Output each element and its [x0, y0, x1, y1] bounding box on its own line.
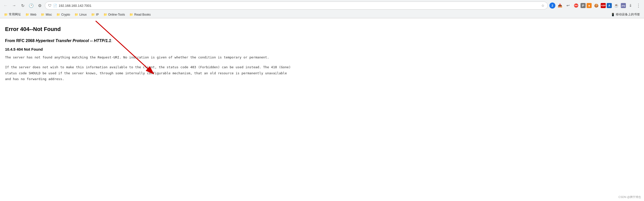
bookmark-label: Crypto	[61, 13, 70, 16]
ext-translate-icon[interactable]: A	[607, 3, 612, 8]
mobile-bookmark-icon: 📱	[611, 13, 615, 16]
folder-icon: 📁	[129, 13, 133, 16]
folder-icon: 📁	[103, 13, 107, 16]
ext-puzzle-icon[interactable]: ☕	[613, 2, 620, 9]
rfc-suffix: :	[111, 39, 112, 43]
history-button[interactable]: 🕐	[28, 2, 35, 9]
reload-button[interactable]: ↻	[19, 2, 26, 9]
bookmark-item-home[interactable]: 📁 常用网址	[2, 12, 23, 17]
undo-icon[interactable]: ↩	[564, 2, 571, 9]
bookmark-label: Read Books	[134, 13, 151, 16]
bookmark-label: Web	[30, 13, 36, 16]
settings-button[interactable]: ⚙	[36, 2, 43, 9]
bookmarks-bar: 📁 常用网址 📁 Web 📁 Misc 📁 Crypto 📁 Linux 📁 I…	[0, 11, 644, 18]
folder-icon: 📁	[41, 13, 45, 16]
nav-right-icons: 2 📤 ↩ ⛔ IP ♦ 🍪 ABP A ☕ php ⇓ ⋮	[549, 2, 642, 9]
profile-button[interactable]: 2	[549, 3, 555, 9]
page-content: Error 404--Not Found From RFC 2068 Hyper…	[0, 18, 352, 94]
rfc-italic-title: Hypertext Transfer Protocol -- HTTP/1.1	[36, 39, 111, 43]
section-heading: 10.4.5 404 Not Found	[5, 47, 347, 51]
bookmark-star-icon[interactable]: ☆	[541, 4, 545, 8]
bookmark-label: 常用网址	[9, 12, 21, 17]
mobile-bookmarks-item[interactable]: 📱 移动设备上的书签	[609, 12, 642, 17]
folder-icon: 📁	[91, 13, 95, 16]
bookmark-item-misc[interactable]: 📁 Misc	[39, 12, 54, 17]
mobile-bookmarks-label: 移动设备上的书签	[616, 12, 640, 17]
body-line4: and has no forwarding address.	[5, 77, 64, 81]
bookmark-item-web[interactable]: 📁 Web	[23, 12, 38, 17]
url-input[interactable]	[59, 4, 540, 8]
ext-php-icon[interactable]: php	[621, 3, 626, 8]
body-paragraph-1: The server has not found anything matchi…	[5, 54, 347, 60]
ext-metamask-icon[interactable]: ♦	[587, 3, 592, 8]
bookmark-item-linux[interactable]: 📁 Linux	[73, 12, 89, 17]
bookmark-item-ip[interactable]: 📁 IP	[89, 12, 101, 17]
bookmark-label: IP	[96, 13, 99, 16]
chrome-menu-icon[interactable]: ⋮	[635, 2, 642, 9]
back-button[interactable]: ←	[2, 2, 9, 9]
ext-abp-icon[interactable]: ABP	[601, 3, 606, 8]
error-title: Error 404--Not Found	[5, 26, 347, 32]
rfc-prefix: From RFC 2068	[5, 39, 36, 43]
body-line3: status code SHOULD be used if the server…	[5, 71, 287, 75]
block-icon[interactable]: ⛔	[573, 2, 580, 9]
ext-cookie-icon[interactable]: 🍪	[593, 2, 600, 9]
page-icon: 📄	[53, 4, 57, 8]
bookmark-label: Misc	[46, 13, 52, 16]
ext-ip-icon[interactable]: IP	[581, 3, 586, 8]
bookmark-item-crypto[interactable]: 📁 Crypto	[54, 12, 72, 17]
folder-icon: 📁	[75, 13, 78, 16]
bookmark-item-read-books[interactable]: 📁 Read Books	[127, 12, 153, 17]
folder-icon: 📁	[4, 13, 8, 16]
address-bar[interactable]: 🛡 📄 ☆	[45, 2, 548, 10]
bookmark-label: Linux	[79, 13, 87, 16]
bookmark-label: Online-Tools	[108, 13, 125, 16]
bookmark-item-online-tools[interactable]: 📁 Online-Tools	[101, 12, 127, 17]
folder-icon: 📁	[25, 13, 29, 16]
folder-icon: 📁	[56, 13, 60, 16]
body-paragraph-2: If the server does not wish to make this…	[5, 64, 347, 82]
forward-button[interactable]: →	[11, 2, 18, 9]
browser-chrome: ← → ↻ 🕐 ⚙ 🛡 📄 ☆ 2 📤 ↩ ⛔ IP ♦ 🍪 ABP A ☕ p…	[0, 0, 644, 18]
security-icon: 🛡	[48, 4, 52, 8]
nav-bar: ← → ↻ 🕐 ⚙ 🛡 📄 ☆ 2 📤 ↩ ⛔ IP ♦ 🍪 ABP A ☕ p…	[0, 0, 644, 11]
bookmarks-right: 📱 移动设备上的书签	[609, 12, 642, 17]
page-wrapper: Error 404--Not Found From RFC 2068 Hyper…	[0, 18, 644, 94]
ext-download-icon[interactable]: ⇓	[627, 2, 634, 9]
rfc-heading: From RFC 2068 Hypertext Transfer Protoco…	[5, 39, 347, 43]
extension-icon-1[interactable]: 📤	[556, 2, 563, 9]
body-line2: If the server does not wish to make this…	[5, 65, 291, 69]
